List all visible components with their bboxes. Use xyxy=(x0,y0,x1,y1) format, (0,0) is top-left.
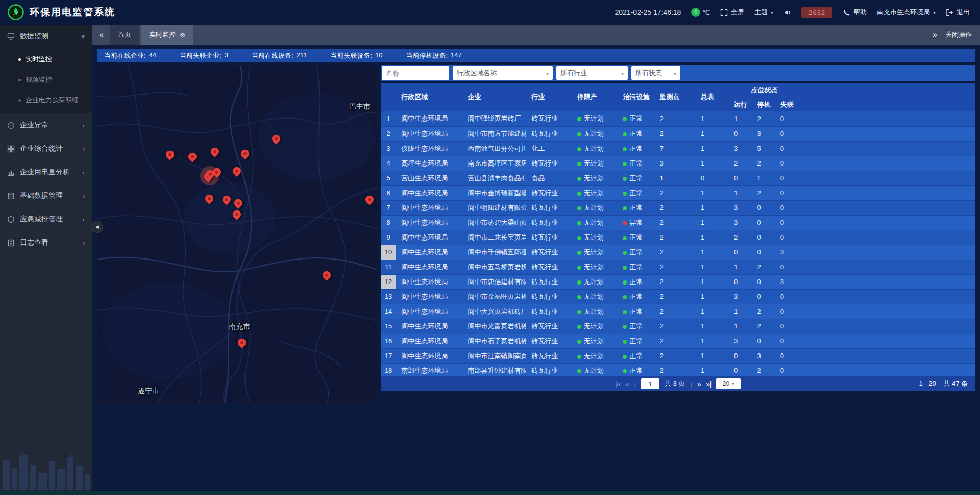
cell-facility-status: 正常 xyxy=(618,289,654,304)
map-pin[interactable] xyxy=(234,199,242,207)
map-pin[interactable] xyxy=(238,338,246,346)
map-pin[interactable] xyxy=(223,196,231,204)
map-pin[interactable] xyxy=(211,148,219,156)
map-pin[interactable] xyxy=(365,196,374,204)
cell-stop-count: 2 xyxy=(752,185,775,200)
sidebar-item-video-monitoring[interactable]: 视频监控 xyxy=(0,69,92,90)
org-dropdown[interactable]: 南充市生态环境局 ▾ xyxy=(877,8,936,17)
logout-button[interactable]: 退出 xyxy=(946,8,970,17)
cell-stop-count: 5 xyxy=(752,141,775,156)
last-page-button[interactable]: »| xyxy=(706,380,711,388)
cell-stop-count: 2 xyxy=(752,319,775,334)
cell-lost-count: 0 xyxy=(775,363,798,376)
cell-facility-status: 正常 xyxy=(618,230,654,245)
table-row[interactable]: 5营山生态环境局营山县润丰肉食品有限食品无计划正常10010 xyxy=(381,171,975,185)
industry-select[interactable]: 所有行业 ▾ xyxy=(556,66,628,80)
map-pin[interactable] xyxy=(213,168,221,176)
map-collapse-handle[interactable]: ◀ xyxy=(91,221,103,233)
sidebar-item-log-view[interactable]: 日志查看 ‹ xyxy=(0,231,92,254)
map-pin[interactable] xyxy=(233,210,241,219)
sidebar-item-power-load-detail[interactable]: 企业电力负荷明细 xyxy=(0,90,92,110)
next-page-button[interactable]: » xyxy=(697,380,701,388)
cell-limit-status: 无计划 xyxy=(572,215,618,230)
status-dot-green xyxy=(623,192,627,196)
table-row[interactable]: 4高坪生态环境局南充市高坪区王家店建砖瓦行业无计划正常31220 xyxy=(381,156,975,171)
page-size-select[interactable]: 20 ▾ xyxy=(716,378,741,389)
theme-dropdown[interactable]: 主题 ▾ xyxy=(754,8,773,17)
table-row[interactable]: 14阆中生态环境局阆中大兴页岩机砖厂砖瓦行业无计划正常21120 xyxy=(381,304,975,319)
sidebar-item-company-statistics[interactable]: 企业综合统计 ‹ xyxy=(0,137,92,160)
status-select[interactable]: 所有状态 ▾ xyxy=(631,66,680,80)
table-row[interactable]: 17阆中生态环境局阆中市江南镇阆南页岩砖瓦行业无计划正常21030 xyxy=(381,348,975,363)
sidebar-item-base-data[interactable]: 基础数据管理 ‹ xyxy=(0,184,92,207)
cell-meter-count: 1 xyxy=(696,274,729,289)
sidebar-item-power-analysis[interactable]: 企业用电量分析 ‹ xyxy=(0,160,92,184)
table-row[interactable]: 7阆中生态环境局阆中明阳建材有限公司砖瓦行业无计划正常21300 xyxy=(381,200,975,215)
help-button[interactable]: 帮助 xyxy=(843,8,867,17)
map-city-label: 遂宁市 xyxy=(138,387,159,396)
cell-facility-status: 正常 xyxy=(618,171,654,185)
cell-index: 10 xyxy=(381,245,396,260)
cell-company: 阆中市南方节能建材有 xyxy=(463,126,527,141)
table-row[interactable]: 15阆中生态环境局阆中市光富页岩机砖厂砖瓦行业无计划正常21120 xyxy=(381,319,975,334)
sidebar-item-data-monitoring[interactable]: 数据监测 ▾ xyxy=(0,25,92,48)
map-pin[interactable] xyxy=(233,167,241,175)
cell-run-count: 2 xyxy=(729,156,752,171)
map-pin[interactable] xyxy=(166,151,174,159)
cell-facility-status: 正常 xyxy=(618,363,654,376)
close-operations-button[interactable]: 关闭操作 xyxy=(945,30,972,39)
table-row[interactable]: 10阆中生态环境局阆中市千佛镇五郎垭页岩砖瓦行业无计划正常21003 xyxy=(381,245,975,260)
sidebar-item-realtime-monitoring[interactable]: 实时监控 xyxy=(0,49,92,69)
cell-company: 南充市高坪区王家店建 xyxy=(463,156,527,171)
sidebar-item-company-anomaly[interactable]: 企业异常 ‹ xyxy=(0,113,92,137)
table-row[interactable]: 6阆中生态环境局阆中市金博瑞新型墙材砖瓦行业无计划正常21120 xyxy=(381,185,975,200)
table-row[interactable]: 12阆中生态环境局阆中市忠信建材有限公砖瓦行业无计划正常21003 xyxy=(381,274,975,289)
map-viewport[interactable]: 巴中市南充市遂宁市 xyxy=(97,65,377,403)
cell-company: 阆中市千佛镇五郎垭页岩 xyxy=(463,245,527,260)
cell-index: 15 xyxy=(381,319,396,334)
map-pin[interactable] xyxy=(188,153,197,161)
status-dot-green xyxy=(623,369,627,373)
prev-page-button[interactable]: « xyxy=(625,380,629,388)
brand: 环保用电监管系统 xyxy=(7,4,115,21)
map-pin[interactable] xyxy=(241,150,249,158)
table-row[interactable]: 9阆中生态环境局阆中市二龙长宝页岩砖砖瓦行业无计划正常21200 xyxy=(381,230,975,245)
tab-home[interactable]: 首页 xyxy=(110,25,139,45)
name-search-input[interactable] xyxy=(382,66,449,80)
status-dot-green xyxy=(623,355,627,359)
table-row[interactable]: 11阆中生态环境局阆中市五马桥页岩机砖砖瓦行业无计划正常21120 xyxy=(381,260,975,274)
tab-close-icon[interactable]: ⊗ xyxy=(180,31,185,39)
table-row[interactable]: 3仪陇生态环境局西南油气田分公司川中化工无计划正常71350 xyxy=(381,141,975,156)
tabs-scroll-left-icon[interactable]: « xyxy=(99,31,104,39)
cell-meter-count: 1 xyxy=(696,200,729,215)
table-row[interactable]: 8阆中生态环境局阆中市枣碧大梁山页岩砖瓦行业无计划异常21300 xyxy=(381,215,975,230)
bullet-icon xyxy=(18,79,21,81)
cell-run-count: 1 xyxy=(729,319,752,334)
sidebar-item-emergency-reduction[interactable]: 应急减排管理 ‹ xyxy=(0,207,92,231)
map-pin[interactable] xyxy=(272,135,280,143)
tab-realtime-monitoring[interactable]: 实时监控 ⊗ xyxy=(141,25,193,45)
cell-monitor-count: 2 xyxy=(655,200,696,215)
region-select[interactable]: 行政区域名称 ▾ xyxy=(453,66,553,80)
map-pin[interactable] xyxy=(205,195,213,203)
alarm-count-badge[interactable]: 2632 xyxy=(801,7,832,18)
first-page-button[interactable]: |« xyxy=(615,380,620,388)
page-number-input[interactable] xyxy=(641,378,659,389)
tabs-scroll-right-icon[interactable]: » xyxy=(933,31,937,39)
table-row[interactable]: 16阆中生态环境局阆中市石子页岩机砖厂砖瓦行业无计划正常21300 xyxy=(381,334,975,348)
cell-limit-status: 无计划 xyxy=(572,171,618,185)
table-row[interactable]: 13阆中生态环境局阆中市金福旺页岩机砖砖瓦行业无计划正常21300 xyxy=(381,289,975,304)
cell-meter-count: 1 xyxy=(696,111,729,126)
cell-monitor-count: 1 xyxy=(655,171,696,185)
map-pin[interactable] xyxy=(323,271,331,279)
col-header-point-status: 点位状态 xyxy=(729,83,798,98)
cell-region: 南部生态环境局 xyxy=(396,363,462,376)
speaker-icon[interactable] xyxy=(783,9,791,16)
fullscreen-button[interactable]: 全屏 xyxy=(720,8,744,17)
pagination-bar: |« « | 共 3 页 | » »| 20 ▾ xyxy=(381,376,975,391)
chevron-down-icon: ▾ xyxy=(732,381,734,386)
table-row[interactable]: 1阆中生态环境局阆中强锐页岩砖厂砖瓦行业无计划正常21120 xyxy=(381,111,975,126)
table-row[interactable]: 18南部生态环境局南部县升钟建材有限公砖瓦行业无计划正常21020 xyxy=(381,363,975,376)
table-row[interactable]: 2阆中生态环境局阆中市南方节能建材有砖瓦行业无计划正常21030 xyxy=(381,126,975,141)
cell-lost-count: 0 xyxy=(775,141,798,156)
